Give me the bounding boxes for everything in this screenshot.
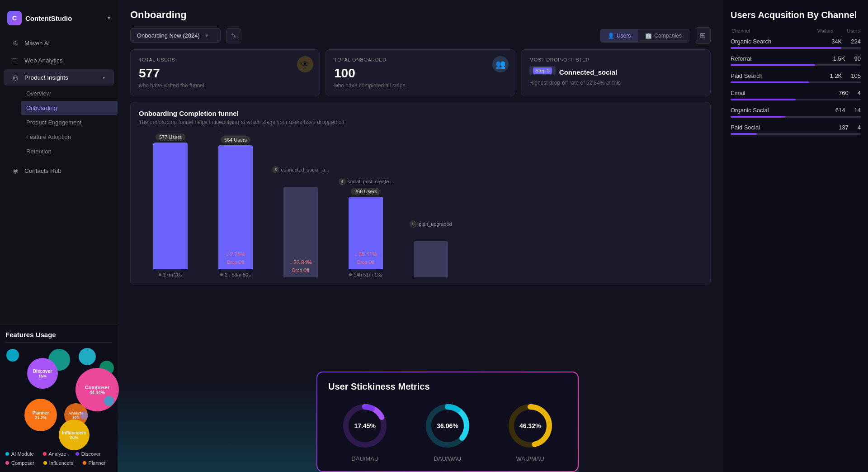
funnel-select[interactable]: Onboarding New (2024) ▾ <box>130 28 221 43</box>
channel-stats-1: 1.5K 90 <box>833 55 861 62</box>
sidebar-label-product-insights: Product Insights <box>24 74 68 81</box>
funnel-step-1: 1 signed_up 577 Users 17m 20s <box>139 133 202 277</box>
sidebar-item-web-analytics[interactable]: □ Web Analytics <box>4 52 114 68</box>
total-users-label: TOTAL USERS <box>139 57 311 62</box>
step-3-num: 3 <box>272 166 279 173</box>
channel-stats-2: 1.2K 105 <box>830 72 861 79</box>
export-button[interactable]: ⊞ <box>695 27 711 44</box>
dropoff-sub: Highest drop-off rate of 52.84% at this <box>529 80 702 86</box>
funnel-section: Onboarding Completion funnel The onboard… <box>130 102 711 285</box>
sidebar-item-maven-ai[interactable]: ⊛ Maven AI <box>4 35 114 51</box>
channel-name-2: Paid Search <box>731 72 763 79</box>
product-insights-submenu: Overview Onboarding Product Engagement F… <box>0 86 118 159</box>
channel-bar-fill-3 <box>731 99 796 100</box>
funnel-desc: The onboarding funnel helps in identifyi… <box>139 119 702 125</box>
logo-icon: C <box>7 11 22 25</box>
sidebar: C ContentStudio ▾ ⊛ Maven AI □ Web Analy… <box>0 0 118 472</box>
submenu-feature-adoption[interactable]: Feature Adoption <box>21 130 118 144</box>
logo-area[interactable]: C ContentStudio ▾ <box>0 7 118 34</box>
donut-wau-mau-chart: 46.32% <box>505 401 555 451</box>
step-2-time: 2h 53m 50s <box>220 272 250 277</box>
funnel-step-4: 4 social_post_create... 266 Users ↓ 65.4… <box>334 178 397 277</box>
channel-name-3: Email <box>731 90 745 96</box>
step-4-users: 266 Users <box>351 188 381 195</box>
step-2-users: 564 Users <box>221 136 250 143</box>
channel-name-5: Paid Social <box>731 124 760 131</box>
channel-row-paid-social: Paid Social 137 4 <box>731 124 861 135</box>
channel-bar-fill-0 <box>731 47 841 49</box>
tab-companies[interactable]: 🏢 Companies <box>638 29 689 42</box>
channel-header: Channel Visitors Users <box>731 28 861 33</box>
sidebar-item-product-insights[interactable]: ◎ Product Insights ▾ <box>4 69 114 86</box>
stat-total-users: TOTAL USERS 577 who have visited the fun… <box>130 49 320 96</box>
funnel-select-value: Onboarding New (2024) <box>137 32 200 39</box>
step-4-num: 4 <box>339 178 346 185</box>
step-3-dropoff: ↓ 52.84% Drop Off <box>289 259 312 274</box>
submenu-product-engagement[interactable]: Product Engagement <box>21 115 118 129</box>
sidebar-item-contacts-hub[interactable]: ◉ Contacts Hub <box>4 162 114 179</box>
stat-total-onboarded: TOTAL ONBOARDED 100 who have completed a… <box>326 49 515 96</box>
features-usage-title: Features Usage <box>5 331 112 343</box>
channel-bar-fill-1 <box>731 64 815 66</box>
legend-discover: Discover <box>75 451 101 457</box>
step-4-dropoff: ↓ 65.41% Drop Off <box>354 251 377 266</box>
web-analytics-icon: □ <box>13 57 20 64</box>
channel-stats-5: 137 4 <box>839 124 861 131</box>
bubble-planner: Planner 21.2% <box>24 399 57 431</box>
channel-bar-bg-3 <box>731 99 861 100</box>
step-5-bar <box>414 241 448 277</box>
page-title: Onboarding <box>130 9 711 21</box>
submenu-onboarding[interactable]: Onboarding <box>21 101 118 115</box>
dau-mau-label: DAU/MAU <box>351 455 378 462</box>
step-4-bar-container: 266 Users ↓ 65.41% Drop Off <box>348 188 384 269</box>
bubble-ai-module <box>6 349 19 362</box>
channel-bar-bg-0 <box>731 47 861 49</box>
total-onboarded-value: 100 <box>334 66 507 81</box>
step-5-num: 5 <box>410 220 417 228</box>
chevron-down-icon: ▾ <box>103 75 105 80</box>
channel-row-paid-search: Paid Search 1.2K 105 <box>731 72 861 83</box>
donut-dau-mau-chart: 17.45% <box>340 401 390 451</box>
users-companies-tabs: 👤 Users 🏢 Companies <box>600 29 689 43</box>
bubble-cyan-tr <box>79 348 96 365</box>
companies-icon: 🏢 <box>645 33 652 39</box>
right-panel: Users Acqusition By Channel Channel Visi… <box>723 0 868 472</box>
funnel-title: Onboarding Completion funnel <box>139 110 702 117</box>
funnel-chart: 1 signed_up 577 Users 17m 20s 2 /dashboa… <box>139 133 702 277</box>
channel-bar-fill-4 <box>731 116 785 118</box>
legend-composer: Composer <box>5 460 34 466</box>
contacts-hub-icon: ◉ <box>13 167 20 174</box>
step-1-bar <box>153 143 188 269</box>
wau-mau-value: 46.32% <box>519 422 541 429</box>
step-badge: Step 3 <box>529 66 556 75</box>
step-2-bar: ↓ 2.25% Drop Off <box>218 145 253 269</box>
bubble-influencers: Influencers 20% <box>59 420 90 450</box>
submenu-overview[interactable]: Overview <box>21 86 118 100</box>
donut-wau-mau: 46.32% WAU/MAU <box>505 401 555 462</box>
channel-stats-3: 760 4 <box>839 90 861 96</box>
donut-dau-mau: 17.45% DAU/MAU <box>340 401 390 462</box>
legend-analyze: Analyze <box>43 451 66 457</box>
tab-users[interactable]: 👤 Users <box>600 29 638 42</box>
donut-dau-wau: 36.06% DAU/WAU <box>423 401 472 462</box>
app-name: ContentStudio <box>25 14 72 22</box>
submenu-retention[interactable]: Retention <box>21 144 118 158</box>
header-controls: Onboarding New (2024) ▾ ✎ 👤 Users 🏢 Comp… <box>130 27 711 44</box>
channel-name-4: Organic Social <box>731 107 769 114</box>
legend-planner: Planner <box>83 460 106 466</box>
main-header: Onboarding Onboarding New (2024) ▾ ✎ 👤 U… <box>118 0 723 49</box>
total-onboarded-icon: 👥 <box>492 56 509 72</box>
channel-bar-bg-5 <box>731 133 861 135</box>
edit-button[interactable]: ✎ <box>226 28 241 43</box>
sidebar-label-contacts-hub: Contacts Hub <box>24 167 61 174</box>
funnel-step-3: 3 connected_social_a... ↓ 52.84% Drop Of… <box>269 166 332 277</box>
features-legend: AI Module Analyze Discover <box>5 451 112 457</box>
donut-row: 17.45% DAU/MAU 36.06% DAU/WAU <box>328 401 567 462</box>
step-4-label: 4 social_post_create... <box>339 178 393 185</box>
channel-bar-bg-2 <box>731 81 861 83</box>
stickiness-panel: User Stickiness Metrics 17.45% DAU/MAU <box>317 372 578 471</box>
dau-wau-label: DAU/WAU <box>434 455 462 462</box>
funnel-step-2: 2 /dashboard 564 Users ↓ 2.25% Drop Off … <box>204 133 267 277</box>
donut-dau-wau-chart: 36.06% <box>423 401 472 451</box>
bubble-cyan-br <box>104 396 114 406</box>
